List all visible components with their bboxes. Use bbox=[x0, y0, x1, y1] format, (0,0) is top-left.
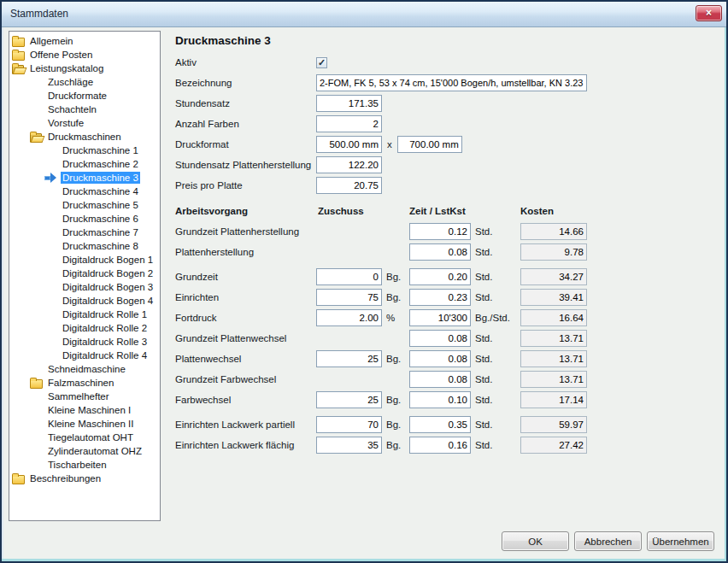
zeit-input[interactable] bbox=[409, 371, 471, 388]
tree-item[interactable]: Leistungskatalog bbox=[9, 62, 160, 75]
tree-item-label: Druckformate bbox=[46, 90, 109, 102]
zeit-cell: Std. bbox=[409, 416, 520, 433]
title-bar[interactable]: Stammdaten × bbox=[2, 2, 726, 27]
tree-item[interactable]: Druckmaschine 7 bbox=[9, 226, 160, 239]
preis-pro-platte-input[interactable] bbox=[316, 177, 382, 194]
anzahl-farben-input[interactable] bbox=[316, 115, 382, 132]
tree-item[interactable]: Allgemein bbox=[9, 34, 160, 48]
zuschuss-input[interactable] bbox=[316, 416, 382, 433]
tree-item-label: Schachteln bbox=[46, 103, 98, 115]
tree-item-label: Tiegelautomat OHT bbox=[46, 431, 135, 443]
tree-item[interactable]: Druckmaschine 4 bbox=[9, 185, 160, 198]
tree-item-icon bbox=[29, 391, 46, 402]
zeit-cell: Std. bbox=[409, 437, 520, 454]
kosten-field bbox=[520, 309, 587, 326]
window-title: Stammdaten bbox=[10, 8, 68, 20]
table-row: Fortdruck % Bg./Std. bbox=[175, 308, 594, 328]
zuschuss-input[interactable] bbox=[316, 289, 382, 306]
tree-item[interactable]: Zylinderautomat OHZ bbox=[9, 444, 160, 458]
zeit-input[interactable] bbox=[409, 268, 471, 285]
tree-item[interactable]: Druckformate bbox=[9, 89, 160, 103]
tree-item[interactable]: Kleine Maschinen I bbox=[9, 403, 160, 417]
aktiv-checkbox[interactable]: ✓ bbox=[316, 57, 327, 68]
tree-item[interactable]: Digitaldruck Rolle 4 bbox=[9, 349, 160, 362]
tree-item[interactable]: Digitaldruck Rolle 1 bbox=[9, 308, 160, 321]
tree-item-label: Zylinderautomat OHZ bbox=[46, 445, 144, 457]
header-kosten: Kosten bbox=[520, 206, 594, 216]
tree-item[interactable]: Vorstufe bbox=[9, 116, 160, 130]
ok-button[interactable]: OK bbox=[502, 531, 569, 551]
zeit-input[interactable] bbox=[409, 350, 471, 367]
tree-item[interactable]: Schachteln bbox=[9, 103, 160, 116]
tree-item[interactable]: Druckmaschinen bbox=[9, 130, 160, 144]
tree-panel[interactable]: Allgemein Offene Posten Leistungskatalog… bbox=[9, 31, 161, 521]
tree-item-icon bbox=[44, 323, 61, 334]
kosten-field bbox=[520, 391, 587, 408]
zeit-input[interactable] bbox=[409, 391, 471, 408]
zuschuss-cell: Bg. bbox=[316, 350, 409, 367]
zuschuss-input[interactable] bbox=[316, 437, 382, 454]
zeit-input[interactable] bbox=[409, 330, 471, 347]
tree-item-label: Kleine Maschinen II bbox=[46, 418, 135, 430]
zuschuss-input[interactable] bbox=[316, 350, 382, 367]
zeit-input[interactable] bbox=[409, 437, 471, 454]
tree-item[interactable]: Digitaldruck Bogen 2 bbox=[9, 267, 160, 280]
tree-item[interactable]: Beschreibungen bbox=[9, 472, 160, 485]
tree-item[interactable]: Druckmaschine 6 bbox=[9, 212, 160, 226]
tree-item[interactable]: Tiegelautomat OHT bbox=[9, 431, 160, 444]
tree-item[interactable]: Sammelhefter bbox=[9, 390, 160, 403]
tree-item[interactable]: Digitaldruck Bogen 3 bbox=[9, 280, 160, 294]
tree-item[interactable]: Druckmaschine 1 bbox=[9, 144, 160, 157]
zeit-cell: Std. bbox=[409, 268, 520, 285]
tree-item-icon bbox=[44, 173, 61, 184]
zuschuss-input[interactable] bbox=[316, 268, 382, 285]
tree-item[interactable]: Offene Posten bbox=[9, 48, 160, 62]
zeit-input[interactable] bbox=[409, 289, 471, 306]
table-row: Grundzeit Bg. Std. bbox=[175, 267, 594, 287]
zeit-input[interactable] bbox=[409, 223, 471, 240]
tree-item-icon bbox=[44, 350, 61, 361]
tree-item[interactable]: Druckmaschine 5 bbox=[9, 198, 160, 212]
header-zuschuss: Zuschuss bbox=[318, 206, 409, 216]
tree-item[interactable]: Druckmaschine 8 bbox=[9, 239, 160, 253]
zeit-unit: Std. bbox=[475, 292, 492, 302]
kosten-cell bbox=[520, 330, 594, 347]
bezeichnung-input[interactable] bbox=[316, 74, 587, 91]
tree-item[interactable]: Tischarbeiten bbox=[9, 458, 160, 472]
tree-item[interactable]: Digitaldruck Rolle 3 bbox=[9, 335, 160, 349]
tree-item-icon bbox=[29, 132, 46, 143]
tree-item[interactable]: Digitaldruck Bogen 1 bbox=[9, 253, 160, 267]
tree-item-icon bbox=[29, 118, 46, 129]
tree-item-label: Zuschläge bbox=[46, 76, 95, 88]
tree-item-label: Digitaldruck Rolle 4 bbox=[61, 349, 149, 361]
tree-item-icon bbox=[29, 405, 46, 416]
zeit-input[interactable] bbox=[409, 416, 471, 433]
kosten-field bbox=[520, 416, 587, 433]
tree-item[interactable]: Falzmaschinen bbox=[9, 376, 160, 390]
tree-item[interactable]: Schneidmaschine bbox=[9, 362, 160, 376]
row-label: Grundzeit Plattenherstellung bbox=[175, 226, 316, 237]
stundensatz-platten-input[interactable] bbox=[316, 156, 382, 173]
stundensatz-input[interactable] bbox=[316, 95, 382, 112]
tree-item-icon bbox=[44, 214, 61, 225]
tree-item[interactable]: Digitaldruck Bogen 4 bbox=[9, 294, 160, 308]
tree-item-label: Druckmaschine 3 bbox=[61, 172, 140, 184]
zeit-input[interactable] bbox=[409, 243, 471, 261]
tree-item[interactable]: Druckmaschine 2 bbox=[9, 157, 160, 171]
tree-item[interactable]: Druckmaschine 3 bbox=[9, 171, 160, 185]
tree-item[interactable]: Digitaldruck Rolle 2 bbox=[9, 321, 160, 335]
tree-item-icon bbox=[29, 91, 46, 102]
tree-item[interactable]: Zuschläge bbox=[9, 75, 160, 89]
close-icon[interactable]: × bbox=[696, 5, 722, 21]
cancel-button[interactable]: Abbrechen bbox=[574, 531, 642, 551]
zuschuss-input[interactable] bbox=[316, 391, 382, 408]
tree-item[interactable]: Kleine Maschinen II bbox=[9, 417, 160, 431]
stundensatz-platten-label: Stundensatz Plattenherstellung bbox=[175, 160, 316, 170]
druckformat-width-input[interactable] bbox=[316, 136, 382, 153]
apply-button[interactable]: Übernehmen bbox=[647, 531, 714, 551]
tree-item-icon bbox=[44, 296, 61, 307]
zuschuss-input[interactable] bbox=[316, 309, 382, 326]
druckformat-height-input[interactable] bbox=[397, 136, 462, 153]
zeit-input[interactable] bbox=[409, 309, 471, 326]
tree-item-label: Schneidmaschine bbox=[46, 363, 127, 375]
